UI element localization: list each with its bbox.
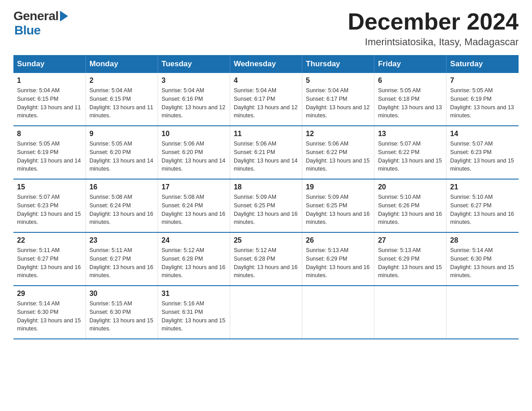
calendar-cell: 16 Sunrise: 5:08 AMSunset: 6:24 PMDaylig… <box>86 179 158 232</box>
calendar-cell: 18 Sunrise: 5:09 AMSunset: 6:25 PMDaylig… <box>230 179 302 232</box>
day-number: 9 <box>90 130 154 138</box>
calendar-week-row: 8 Sunrise: 5:05 AMSunset: 6:19 PMDayligh… <box>13 126 519 179</box>
calendar-cell: 26 Sunrise: 5:13 AMSunset: 6:29 PMDaylig… <box>302 232 374 286</box>
weekday-header-wednesday: Wednesday <box>230 55 302 73</box>
day-info: Sunrise: 5:08 AMSunset: 6:24 PMDaylight:… <box>90 194 153 225</box>
day-info: Sunrise: 5:10 AMSunset: 6:26 PMDaylight:… <box>378 194 442 225</box>
day-info: Sunrise: 5:14 AMSunset: 6:30 PMDaylight:… <box>17 300 81 332</box>
weekday-header-sunday: Sunday <box>13 55 86 73</box>
calendar-cell: 5 Sunrise: 5:04 AMSunset: 6:17 PMDayligh… <box>302 73 374 126</box>
calendar-cell: 19 Sunrise: 5:09 AMSunset: 6:25 PMDaylig… <box>302 179 374 232</box>
day-number: 2 <box>90 77 154 85</box>
calendar-cell: 14 Sunrise: 5:07 AMSunset: 6:23 PMDaylig… <box>446 126 519 179</box>
calendar-cell: 23 Sunrise: 5:11 AMSunset: 6:27 PMDaylig… <box>86 232 158 286</box>
day-info: Sunrise: 5:07 AMSunset: 6:22 PMDaylight:… <box>378 141 442 172</box>
calendar-cell: 28 Sunrise: 5:14 AMSunset: 6:30 PMDaylig… <box>446 232 519 286</box>
calendar-week-row: 22 Sunrise: 5:11 AMSunset: 6:27 PMDaylig… <box>13 232 519 286</box>
day-info: Sunrise: 5:06 AMSunset: 6:20 PMDaylight:… <box>162 141 225 172</box>
weekday-header-saturday: Saturday <box>446 55 519 73</box>
day-number: 7 <box>450 77 515 85</box>
day-info: Sunrise: 5:16 AMSunset: 6:31 PMDaylight:… <box>162 300 225 332</box>
day-number: 10 <box>162 130 226 138</box>
calendar-cell: 21 Sunrise: 5:10 AMSunset: 6:27 PMDaylig… <box>446 179 519 232</box>
day-number: 21 <box>450 183 515 191</box>
day-info: Sunrise: 5:07 AMSunset: 6:23 PMDaylight:… <box>450 141 514 172</box>
calendar-cell: 20 Sunrise: 5:10 AMSunset: 6:26 PMDaylig… <box>374 179 446 232</box>
day-info: Sunrise: 5:13 AMSunset: 6:29 PMDaylight:… <box>378 247 442 278</box>
calendar-cell: 17 Sunrise: 5:08 AMSunset: 6:24 PMDaylig… <box>158 179 230 232</box>
calendar-cell: 7 Sunrise: 5:05 AMSunset: 6:19 PMDayligh… <box>446 73 519 126</box>
day-number: 24 <box>162 236 226 244</box>
day-number: 14 <box>450 130 515 138</box>
calendar-cell <box>374 286 446 339</box>
day-number: 5 <box>306 77 370 85</box>
day-number: 23 <box>90 236 154 244</box>
day-number: 17 <box>162 183 226 191</box>
calendar-cell <box>230 286 302 339</box>
day-info: Sunrise: 5:04 AMSunset: 6:15 PMDaylight:… <box>90 87 153 119</box>
day-number: 3 <box>162 77 226 85</box>
day-info: Sunrise: 5:15 AMSunset: 6:30 PMDaylight:… <box>90 300 153 332</box>
day-number: 12 <box>306 130 370 138</box>
day-info: Sunrise: 5:10 AMSunset: 6:27 PMDaylight:… <box>450 194 514 225</box>
day-number: 29 <box>17 290 82 298</box>
day-number: 30 <box>90 290 154 298</box>
logo-triangle-icon <box>60 11 68 21</box>
calendar-cell: 4 Sunrise: 5:04 AMSunset: 6:17 PMDayligh… <box>230 73 302 126</box>
calendar-week-row: 29 Sunrise: 5:14 AMSunset: 6:30 PMDaylig… <box>13 286 519 339</box>
calendar-cell: 31 Sunrise: 5:16 AMSunset: 6:31 PMDaylig… <box>158 286 230 339</box>
day-number: 27 <box>378 236 442 244</box>
day-number: 16 <box>90 183 154 191</box>
weekday-header-friday: Friday <box>374 55 446 73</box>
day-number: 1 <box>17 77 82 85</box>
day-number: 28 <box>450 236 515 244</box>
day-number: 20 <box>378 183 442 191</box>
day-info: Sunrise: 5:11 AMSunset: 6:27 PMDaylight:… <box>90 247 153 278</box>
day-info: Sunrise: 5:04 AMSunset: 6:17 PMDaylight:… <box>234 87 297 119</box>
day-number: 25 <box>234 236 298 244</box>
weekday-header-monday: Monday <box>86 55 158 73</box>
calendar-cell: 8 Sunrise: 5:05 AMSunset: 6:19 PMDayligh… <box>13 126 86 179</box>
calendar-cell: 22 Sunrise: 5:11 AMSunset: 6:27 PMDaylig… <box>13 232 86 286</box>
weekday-header-tuesday: Tuesday <box>158 55 230 73</box>
calendar-cell: 13 Sunrise: 5:07 AMSunset: 6:22 PMDaylig… <box>374 126 446 179</box>
calendar-cell: 11 Sunrise: 5:06 AMSunset: 6:21 PMDaylig… <box>230 126 302 179</box>
calendar-table: SundayMondayTuesdayWednesdayThursdayFrid… <box>13 55 519 339</box>
calendar-week-row: 15 Sunrise: 5:07 AMSunset: 6:23 PMDaylig… <box>13 179 519 232</box>
calendar-cell: 24 Sunrise: 5:12 AMSunset: 6:28 PMDaylig… <box>158 232 230 286</box>
day-number: 11 <box>234 130 298 138</box>
calendar-cell: 29 Sunrise: 5:14 AMSunset: 6:30 PMDaylig… <box>13 286 86 339</box>
calendar-cell: 10 Sunrise: 5:06 AMSunset: 6:20 PMDaylig… <box>158 126 230 179</box>
title-area: December 2024 Imerintsiatosika, Itasy, M… <box>348 9 519 48</box>
day-number: 31 <box>162 290 226 298</box>
logo: General Blue <box>13 9 68 38</box>
weekday-header-thursday: Thursday <box>302 55 374 73</box>
calendar-cell: 12 Sunrise: 5:06 AMSunset: 6:22 PMDaylig… <box>302 126 374 179</box>
page-header: General Blue December 2024 Imerintsiatos… <box>13 9 519 48</box>
day-info: Sunrise: 5:09 AMSunset: 6:25 PMDaylight:… <box>306 194 369 225</box>
day-number: 15 <box>17 183 82 191</box>
calendar-week-row: 1 Sunrise: 5:04 AMSunset: 6:15 PMDayligh… <box>13 73 519 126</box>
day-info: Sunrise: 5:08 AMSunset: 6:24 PMDaylight:… <box>162 194 225 225</box>
calendar-cell <box>446 286 519 339</box>
calendar-cell: 30 Sunrise: 5:15 AMSunset: 6:30 PMDaylig… <box>86 286 158 339</box>
day-number: 6 <box>378 77 442 85</box>
day-number: 22 <box>17 236 82 244</box>
calendar-cell: 9 Sunrise: 5:05 AMSunset: 6:20 PMDayligh… <box>86 126 158 179</box>
day-info: Sunrise: 5:14 AMSunset: 6:30 PMDaylight:… <box>450 247 514 278</box>
day-info: Sunrise: 5:06 AMSunset: 6:21 PMDaylight:… <box>234 141 297 172</box>
day-info: Sunrise: 5:13 AMSunset: 6:29 PMDaylight:… <box>306 247 369 278</box>
day-number: 8 <box>17 130 82 138</box>
day-info: Sunrise: 5:04 AMSunset: 6:15 PMDaylight:… <box>17 87 81 119</box>
calendar-cell: 15 Sunrise: 5:07 AMSunset: 6:23 PMDaylig… <box>13 179 86 232</box>
weekday-header-row: SundayMondayTuesdayWednesdayThursdayFrid… <box>13 55 519 73</box>
day-info: Sunrise: 5:05 AMSunset: 6:19 PMDaylight:… <box>450 87 514 119</box>
day-number: 18 <box>234 183 298 191</box>
logo-general-text: General <box>13 9 59 23</box>
calendar-title: December 2024 <box>348 9 519 34</box>
day-info: Sunrise: 5:07 AMSunset: 6:23 PMDaylight:… <box>17 194 81 225</box>
day-info: Sunrise: 5:11 AMSunset: 6:27 PMDaylight:… <box>17 247 81 278</box>
calendar-cell <box>302 286 374 339</box>
day-number: 26 <box>306 236 370 244</box>
day-number: 13 <box>378 130 442 138</box>
